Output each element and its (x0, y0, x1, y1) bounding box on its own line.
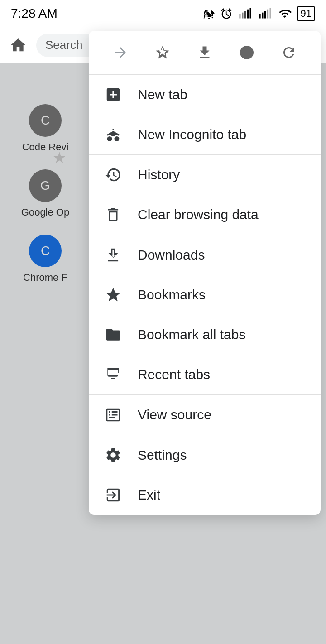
settings-label: Settings (138, 447, 187, 463)
dropdown-menu: New tab New Incognito tab History Clear … (89, 31, 321, 515)
new-tab-item[interactable]: New tab (89, 75, 321, 115)
history-icon (103, 165, 123, 185)
recent-tabs-label: Recent tabs (138, 367, 210, 382)
svg-rect-4 (249, 8, 251, 18)
downloads-icon (103, 245, 123, 265)
alarm-icon (220, 7, 233, 20)
home-button[interactable] (7, 34, 29, 56)
settings-icon (103, 445, 123, 465)
status-bar: 7:28 AM 91 (0, 0, 326, 27)
reload-button[interactable] (276, 40, 302, 65)
history-item[interactable]: History (89, 155, 321, 195)
menu-toolbar (89, 31, 321, 75)
svg-rect-0 (239, 14, 241, 18)
view-source-label: View source (138, 407, 211, 423)
recent-tabs-icon (103, 365, 123, 384)
bell-muted-icon (203, 7, 216, 20)
svg-rect-2 (244, 11, 246, 18)
bookmarks-item[interactable]: Bookmarks (89, 275, 321, 315)
svg-rect-9 (269, 8, 271, 18)
incognito-icon (103, 125, 123, 144)
downloads-label: Downloads (138, 247, 205, 263)
new-incognito-tab-item[interactable]: New Incognito tab (89, 115, 321, 154)
bookmark-button[interactable] (150, 40, 175, 65)
downloads-item[interactable]: Downloads (89, 235, 321, 275)
exit-icon (103, 485, 123, 505)
clear-browsing-data-label: Clear browsing data (138, 207, 259, 222)
battery-indicator: 91 (297, 6, 315, 21)
svg-rect-7 (264, 11, 266, 18)
exit-item[interactable]: Exit (89, 475, 321, 515)
address-text: Search (45, 38, 82, 52)
history-label: History (138, 167, 180, 183)
view-source-item[interactable]: View source (89, 395, 321, 435)
bookmark-all-tabs-item[interactable]: Bookmark all tabs (89, 315, 321, 355)
recent-tabs-item[interactable]: Recent tabs (89, 355, 321, 394)
signal-2-icon (257, 7, 273, 20)
new-tab-label: New tab (138, 87, 187, 102)
signal-1-icon (237, 7, 253, 20)
download-button[interactable] (192, 40, 217, 65)
bookmarks-label: Bookmarks (138, 287, 206, 303)
bookmarks-icon (103, 285, 123, 305)
status-icons: 91 (203, 6, 315, 21)
exit-label: Exit (138, 487, 160, 503)
status-time: 7:28 AM (11, 6, 58, 21)
view-source-icon (103, 405, 123, 425)
bookmark-all-tabs-label: Bookmark all tabs (138, 327, 245, 342)
wifi-icon (277, 7, 292, 20)
svg-rect-3 (247, 10, 249, 19)
svg-rect-8 (267, 10, 268, 19)
svg-rect-5 (259, 14, 261, 18)
new-incognito-tab-label: New Incognito tab (138, 127, 246, 142)
svg-rect-1 (242, 13, 244, 19)
settings-item[interactable]: Settings (89, 435, 321, 475)
forward-button[interactable] (108, 40, 133, 65)
new-tab-icon (103, 85, 123, 105)
svg-rect-6 (262, 13, 264, 19)
folder-icon (103, 325, 123, 345)
trash-icon (103, 205, 123, 225)
info-button[interactable] (234, 40, 259, 65)
clear-browsing-data-item[interactable]: Clear browsing data (89, 195, 321, 235)
